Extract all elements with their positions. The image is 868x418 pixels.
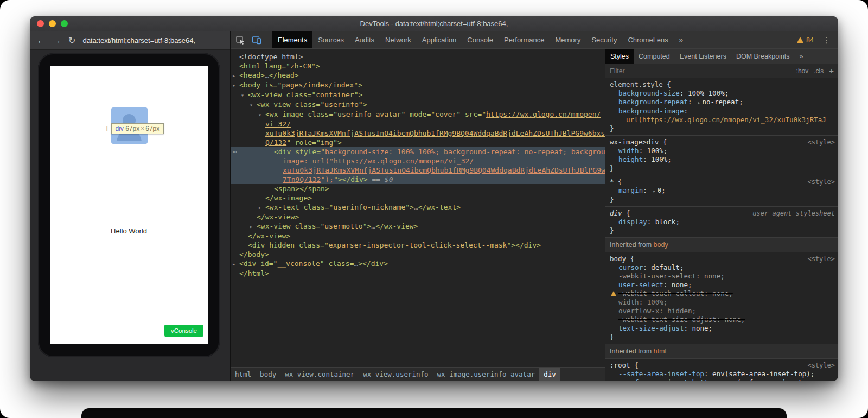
dom-tree-line[interactable]: xuTu0k3jRTaJKmsXVMnfjASTusInO4ibcmQbhub1… [231, 129, 605, 138]
style-property[interactable]: display: block; [610, 218, 835, 226]
expand-shorthand-icon[interactable]: ▸ [698, 100, 700, 105]
expand-arrow-icon[interactable]: ▸ [232, 259, 239, 269]
dom-tree-line[interactable]: <span></span> [231, 184, 605, 193]
overflow-tabs-icon[interactable]: » [795, 49, 808, 64]
dom-tree-line[interactable]: ▾<body is="pages/index/index"> [231, 80, 605, 90]
expand-arrow-icon[interactable]: ▸ [258, 203, 265, 212]
tab-elements[interactable]: Elements [272, 31, 312, 48]
style-property[interactable]: background-image: [610, 107, 835, 116]
style-property[interactable]: background-repeat: ▸no-repeat; [610, 98, 835, 107]
dom-tree-line[interactable]: </wx-view> [231, 231, 605, 240]
dom-tree-line[interactable]: </wx-view> [231, 212, 605, 221]
tab-network[interactable]: Network [380, 31, 417, 48]
style-property[interactable]: -webkit-text-size-adjust: none; [610, 315, 835, 324]
tab-performance[interactable]: Performance [499, 31, 550, 48]
dom-tree-line[interactable]: <html lang="zh-CN"> [231, 61, 605, 71]
inherited-node-link[interactable]: html [654, 347, 667, 355]
dom-tree-line[interactable]: </body> [231, 250, 605, 259]
inherited-node-link[interactable]: body [654, 241, 668, 249]
tab-dom-breakpoints[interactable]: DOM Breakpoints [731, 49, 795, 64]
style-property[interactable]: margin: ▸0; [610, 186, 835, 195]
dom-tree-line[interactable]: ▸<wx-text class="userinfo-nickname">…</w… [231, 202, 605, 212]
dom-tree-line[interactable]: ▸<head>…</head> [231, 71, 605, 80]
breadcrumb-item-body[interactable]: body [256, 368, 280, 381]
style-origin-link[interactable]: <style> [807, 178, 835, 186]
url-link[interactable]: xuTu0k3jRTaJKmsXVMnfjASTusInO4ibcmQbhub1… [265, 129, 605, 137]
rule-selector[interactable]: * [610, 178, 614, 186]
device-toolbar-icon[interactable] [250, 34, 264, 47]
tab-computed[interactable]: Computed [634, 49, 675, 64]
more-options-icon[interactable]: ⋮ [822, 35, 831, 45]
dom-tree-line[interactable]: image: url("https://wx.qlogo.cn/mmopen/v… [231, 156, 605, 166]
style-property[interactable]: height: 100%; [610, 155, 835, 164]
style-property[interactable]: -webkit-user-select: none; [610, 272, 835, 281]
new-style-rule-button[interactable]: + [829, 66, 834, 75]
collapse-arrow-icon[interactable]: ▾ [241, 91, 248, 100]
zoom-window-button[interactable] [61, 20, 68, 27]
style-property[interactable]: --safe-area-inset-bottom: env(safe-area-… [610, 378, 835, 381]
collapse-arrow-icon[interactable]: ▾ [232, 81, 239, 90]
style-origin-link[interactable]: <style> [807, 361, 835, 370]
style-property-value[interactable]: url(https://wx.qlogo.cn/mmopen/vi_32/xuT… [610, 116, 835, 124]
url-link[interactable]: vi_32/ [265, 120, 291, 128]
style-property[interactable]: user-select: none; [610, 281, 835, 289]
style-property[interactable]: width: 100%; [610, 147, 835, 155]
style-property[interactable]: background-size: 100% 100%; [610, 89, 835, 98]
dom-tree-line[interactable]: xuTu0k3jRTaJKmsXVMnfjASTusInO4ibcmQbhub1… [231, 166, 605, 175]
rule-selector[interactable]: :root [610, 361, 630, 369]
style-property[interactable]: -webkit-touch-callout: none; [610, 289, 835, 298]
back-icon[interactable]: ← [37, 36, 46, 46]
rule-selector[interactable]: element.style [610, 80, 663, 88]
dom-tree-line[interactable]: vi_32/ [231, 119, 605, 129]
minimize-window-button[interactable] [49, 20, 56, 27]
rule-selector[interactable]: body [610, 255, 626, 263]
url-link[interactable]: xuTu0k3jRTaJKmsXVMnfjASTusInO4ibcmQbhub1… [283, 166, 605, 174]
dom-tree-line[interactable]: Q/132" role="img"> [231, 138, 605, 147]
tab-memory[interactable]: Memory [550, 31, 586, 48]
forward-icon[interactable]: → [53, 36, 61, 46]
dom-tree-line[interactable]: ▾<wx-view class="userinfo"> [231, 100, 605, 110]
console-warnings-badge[interactable]: 84 [797, 36, 814, 44]
breadcrumb-item-wx-view-container[interactable]: wx-view.container [280, 368, 359, 381]
tab-styles[interactable]: Styles [605, 49, 634, 64]
url-link[interactable]: url(https://wx.qlogo.cn/mmopen/vi_32/xuT… [626, 116, 826, 124]
collapse-arrow-icon[interactable]: ▾ [258, 110, 265, 119]
titlebar[interactable]: DevTools - data:text/html;charset=utf-8;… [30, 16, 838, 31]
dom-tree-line[interactable]: </html> [231, 269, 605, 278]
breadcrumb-item-wx-view-userinfo[interactable]: wx-view.userinfo [359, 368, 432, 381]
tab-event-listeners[interactable]: Event Listeners [675, 49, 731, 64]
style-origin-link[interactable]: <style> [807, 138, 835, 147]
url-link[interactable]: Q/132 [265, 138, 286, 147]
expand-arrow-icon[interactable]: ▸ [232, 71, 239, 80]
vconsole-button[interactable]: vConsole [164, 325, 203, 337]
style-property[interactable]: cursor: default; [610, 263, 835, 272]
breadcrumb-item-wx-image-userinfo-avatar[interactable]: wx-image.userinfo-avatar [433, 368, 540, 381]
style-property[interactable]: width: 100%; [610, 298, 835, 307]
class-toggle[interactable]: .cls [814, 67, 824, 75]
dom-tree-line[interactable]: ▾<wx-image class="userinfo-avatar" mode=… [231, 110, 605, 119]
breadcrumb-item-div[interactable]: div [539, 368, 560, 381]
url-text[interactable]: data:text/html;charset=utf-8;base64, [82, 36, 195, 45]
dom-tree-line[interactable]: ▸<div id="__vconsole" class=…></div> [231, 259, 605, 269]
breadcrumb-item-html[interactable]: html [231, 368, 256, 381]
tab-security[interactable]: Security [586, 31, 622, 48]
tab-console[interactable]: Console [462, 31, 499, 48]
dom-tree-line[interactable]: </wx-image> [231, 193, 605, 202]
dom-tree-line[interactable]: ⋯<div style="background-size: 100% 100%;… [231, 147, 605, 156]
expand-arrow-icon[interactable]: ▸ [250, 222, 257, 231]
reload-icon[interactable]: ↻ [68, 35, 75, 46]
dom-tree-line[interactable]: ▸<wx-view class="usermotto">…</wx-view> [231, 221, 605, 231]
url-link[interactable]: 7Tn9Q/132 [283, 175, 321, 183]
style-property[interactable]: overflow-x: hidden; [610, 307, 835, 315]
dom-tree-line[interactable]: <div hidden class="exparser-inspector-to… [231, 240, 605, 250]
expand-shorthand-icon[interactable]: ▸ [653, 188, 655, 194]
dom-tree-line[interactable]: <!doctype html> [231, 52, 605, 61]
hover-state-toggle[interactable]: :hov [796, 67, 809, 75]
styles-filter-input[interactable] [610, 67, 791, 75]
style-origin-link[interactable]: user agent stylesheet [752, 209, 835, 218]
tab-application[interactable]: Application [417, 31, 462, 48]
rule-selector[interactable]: div [610, 209, 622, 217]
close-window-button[interactable] [37, 20, 44, 27]
overflow-tabs-icon[interactable]: » [674, 31, 688, 48]
rule-selector[interactable]: wx-image>div [610, 138, 659, 146]
